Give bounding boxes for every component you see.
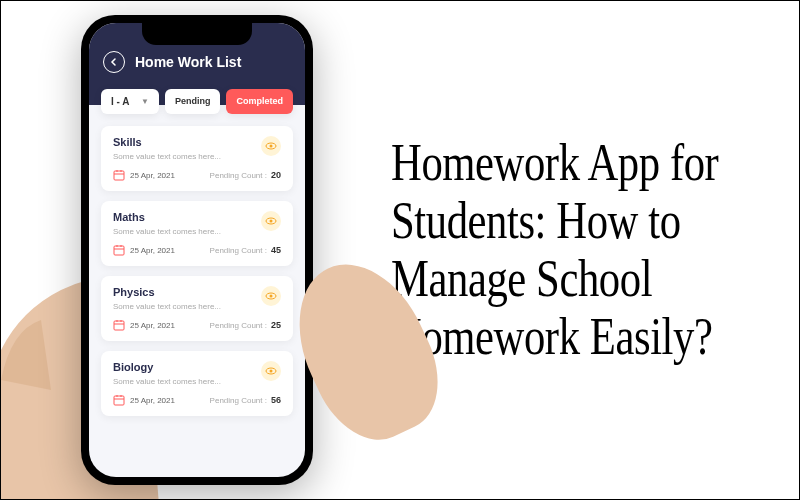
date-wrap: 25 Apr, 2021 (113, 244, 175, 256)
eye-icon (265, 140, 277, 152)
tab-pending[interactable]: Pending (165, 89, 221, 114)
back-button[interactable] (103, 51, 125, 73)
count-wrap: Pending Count : 20 (210, 170, 281, 180)
eye-icon (265, 215, 277, 227)
date-text: 25 Apr, 2021 (130, 246, 175, 255)
filter-controls: I - A ▼ Pending Completed (89, 89, 305, 114)
calendar-icon (113, 244, 125, 256)
date-text: 25 Apr, 2021 (130, 171, 175, 180)
count-label: Pending Count : (210, 321, 267, 330)
count-label: Pending Count : (210, 246, 267, 255)
count-value: 25 (271, 320, 281, 330)
date-text: 25 Apr, 2021 (130, 396, 175, 405)
view-button[interactable] (261, 136, 281, 156)
svg-point-19 (270, 370, 273, 373)
svg-point-1 (270, 145, 273, 148)
arrow-left-icon (109, 57, 119, 67)
card-footer: 25 Apr, 2021 Pending Count : 25 (113, 319, 281, 331)
date-wrap: 25 Apr, 2021 (113, 394, 175, 406)
card-footer: 25 Apr, 2021 Pending Count : 56 (113, 394, 281, 406)
date-text: 25 Apr, 2021 (130, 321, 175, 330)
view-button[interactable] (261, 286, 281, 306)
page-title: Home Work List (135, 54, 241, 70)
class-dropdown[interactable]: I - A ▼ (101, 89, 159, 114)
subject-name: Maths (113, 211, 281, 223)
svg-rect-20 (114, 396, 124, 405)
chevron-down-icon: ▼ (141, 97, 149, 106)
date-wrap: 25 Apr, 2021 (113, 169, 175, 181)
article-headline: Homework App for Students: How to Manage… (391, 134, 759, 367)
card-description: Some value text comes here... (113, 377, 281, 386)
svg-point-13 (270, 295, 273, 298)
phone-section: Home Work List I - A ▼ Pending Completed (1, 0, 381, 500)
homework-card[interactable]: Maths Some value text comes here... (101, 201, 293, 266)
eye-icon (265, 290, 277, 302)
count-label: Pending Count : (210, 171, 267, 180)
subject-name: Skills (113, 136, 281, 148)
subject-name: Biology (113, 361, 281, 373)
page-container: Home Work List I - A ▼ Pending Completed (1, 1, 799, 499)
card-description: Some value text comes here... (113, 152, 281, 161)
calendar-icon (113, 169, 125, 181)
homework-card[interactable]: Biology Some value text comes here... (101, 351, 293, 416)
phone-screen: Home Work List I - A ▼ Pending Completed (89, 23, 305, 477)
subject-name: Physics (113, 286, 281, 298)
svg-rect-8 (114, 246, 124, 255)
view-button[interactable] (261, 211, 281, 231)
homework-list: Skills Some value text comes here... (89, 114, 305, 428)
count-value: 20 (271, 170, 281, 180)
svg-point-7 (270, 220, 273, 223)
view-button[interactable] (261, 361, 281, 381)
card-footer: 25 Apr, 2021 Pending Count : 20 (113, 169, 281, 181)
calendar-icon (113, 394, 125, 406)
dropdown-value: I - A (111, 96, 130, 107)
count-value: 56 (271, 395, 281, 405)
count-wrap: Pending Count : 25 (210, 320, 281, 330)
count-wrap: Pending Count : 45 (210, 245, 281, 255)
calendar-icon (113, 319, 125, 331)
homework-card[interactable]: Physics Some value text comes here... (101, 276, 293, 341)
tab-completed[interactable]: Completed (226, 89, 293, 114)
svg-rect-2 (114, 171, 124, 180)
card-description: Some value text comes here... (113, 227, 281, 236)
date-wrap: 25 Apr, 2021 (113, 319, 175, 331)
headline-section: Homework App for Students: How to Manage… (381, 104, 799, 397)
svg-rect-14 (114, 321, 124, 330)
count-value: 45 (271, 245, 281, 255)
card-footer: 25 Apr, 2021 Pending Count : 45 (113, 244, 281, 256)
count-wrap: Pending Count : 56 (210, 395, 281, 405)
eye-icon (265, 365, 277, 377)
phone-frame: Home Work List I - A ▼ Pending Completed (81, 15, 313, 485)
phone-notch (142, 23, 252, 45)
card-description: Some value text comes here... (113, 302, 281, 311)
homework-card[interactable]: Skills Some value text comes here... (101, 126, 293, 191)
count-label: Pending Count : (210, 396, 267, 405)
